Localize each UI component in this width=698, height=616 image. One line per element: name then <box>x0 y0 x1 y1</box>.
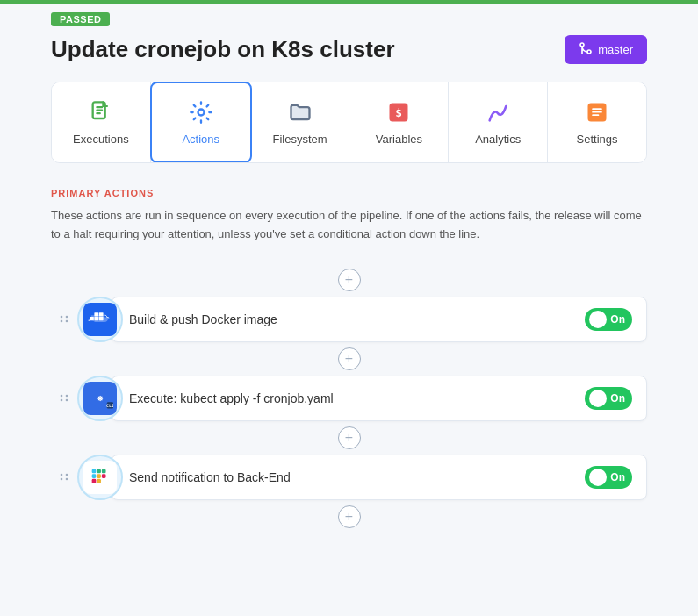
tab-filesystem[interactable]: Filesystem <box>251 82 350 162</box>
file-icon <box>88 99 114 125</box>
svg-point-21 <box>66 394 68 397</box>
master-button[interactable]: master <box>565 35 647 64</box>
add-action-button-3[interactable]: + <box>338 505 361 528</box>
toggle-knob-3 <box>589 469 607 486</box>
tab-settings[interactable]: Settings <box>548 82 646 162</box>
tab-executions[interactable]: Executions <box>52 82 151 162</box>
svg-point-10 <box>61 315 63 318</box>
folder-icon <box>287 99 313 125</box>
svg-rect-35 <box>102 469 106 473</box>
tab-executions-label: Executions <box>73 133 129 146</box>
toggle-2[interactable]: On <box>585 387 632 410</box>
svg-rect-32 <box>92 474 97 478</box>
svg-point-20 <box>61 394 63 397</box>
toggle-1[interactable]: On <box>585 308 632 331</box>
svg-point-28 <box>61 473 63 476</box>
passed-badge: PASSED <box>51 12 110 26</box>
svg-rect-34 <box>97 469 101 473</box>
action-name-1: Build & push Docker image <box>129 312 277 326</box>
toggle-label-2: On <box>610 392 625 405</box>
svg-rect-33 <box>92 469 97 473</box>
toggle-label-3: On <box>610 471 625 483</box>
svg-point-13 <box>66 319 68 322</box>
tab-analytics-label: Analytics <box>475 133 521 146</box>
page-title: Update cronejob on K8s cluster <box>51 36 395 63</box>
svg-rect-39 <box>92 478 97 483</box>
svg-point-23 <box>66 398 68 401</box>
gear-icon <box>188 99 214 125</box>
action-card-2[interactable]: Execute: kubect apply -f cronjob.yaml On <box>111 376 647 421</box>
k8s-icon: ⎈ CLI <box>83 382 117 415</box>
tabs-container: Executions Actions Filesystem <box>51 82 647 163</box>
action-row-1: Build & push Docker image On <box>51 297 647 342</box>
svg-point-3 <box>198 110 204 116</box>
add-button-middle-2: + <box>51 426 647 449</box>
drag-handle-1[interactable] <box>51 313 77 326</box>
svg-rect-38 <box>97 478 101 483</box>
svg-rect-8 <box>592 111 602 113</box>
drag-handle-2[interactable] <box>51 392 77 405</box>
primary-actions-label: PRIMARY ACTIONS <box>51 188 647 198</box>
actions-list: + <box>51 265 647 532</box>
primary-actions-description: These actions are run in sequence on eve… <box>51 207 647 244</box>
add-button-top: + <box>51 269 647 291</box>
page-header: Update cronejob on K8s cluster master <box>51 35 647 64</box>
svg-text:⎈: ⎈ <box>97 393 104 403</box>
svg-rect-37 <box>102 474 106 478</box>
svg-point-29 <box>66 473 68 476</box>
svg-text:$: $ <box>396 106 403 119</box>
add-action-button-1[interactable]: + <box>338 347 361 370</box>
svg-rect-9 <box>592 114 599 116</box>
svg-rect-7 <box>592 108 602 110</box>
add-button-bottom: + <box>51 505 647 528</box>
action-card-3[interactable]: Send notification to Back-End On <box>111 455 647 500</box>
tab-actions-label: Actions <box>182 133 219 146</box>
action-row-2: ⎈ CLI Execute: kubect apply -f cronjob.y… <box>51 376 647 421</box>
svg-point-30 <box>61 477 63 480</box>
add-action-button-0[interactable]: + <box>338 269 361 291</box>
svg-point-19 <box>89 319 90 321</box>
chart-icon <box>485 99 511 125</box>
tab-filesystem-label: Filesystem <box>273 133 327 146</box>
tab-variables-label: Variables <box>376 133 422 146</box>
tab-variables[interactable]: $ Variables <box>349 82 449 162</box>
svg-text:CLI: CLI <box>106 404 113 408</box>
git-branch-icon <box>579 41 593 58</box>
tab-settings-label: Settings <box>577 133 618 146</box>
toggle-knob-1 <box>589 311 607 328</box>
svg-point-12 <box>61 319 63 322</box>
action-icon-2: ⎈ CLI <box>77 376 123 421</box>
svg-point-31 <box>66 477 68 480</box>
svg-point-22 <box>61 398 63 401</box>
action-row-3: Send notification to Back-End On <box>51 455 647 500</box>
svg-rect-36 <box>97 474 101 478</box>
settings-icon <box>584 99 610 125</box>
action-icon-1 <box>77 297 123 342</box>
toggle-label-1: On <box>610 313 625 326</box>
slack-icon <box>83 461 117 494</box>
action-icon-3 <box>77 455 123 500</box>
tab-actions[interactable]: Actions <box>150 82 252 163</box>
toggle-knob-2 <box>589 390 607 407</box>
variable-icon: $ <box>385 99 412 125</box>
action-name-3: Send notification to Back-End <box>129 470 291 484</box>
add-button-middle-1: + <box>51 347 647 370</box>
svg-point-11 <box>66 315 68 318</box>
docker-icon <box>83 303 117 336</box>
drag-handle-3[interactable] <box>51 471 77 483</box>
add-action-button-2[interactable]: + <box>338 426 361 449</box>
toggle-3[interactable]: On <box>585 466 632 489</box>
action-name-2: Execute: kubect apply -f cronjob.yaml <box>129 391 334 405</box>
top-progress-bar <box>0 0 698 4</box>
master-button-label: master <box>598 43 633 56</box>
tab-analytics[interactable]: Analytics <box>449 82 548 162</box>
action-card-1[interactable]: Build & push Docker image On <box>111 297 647 342</box>
